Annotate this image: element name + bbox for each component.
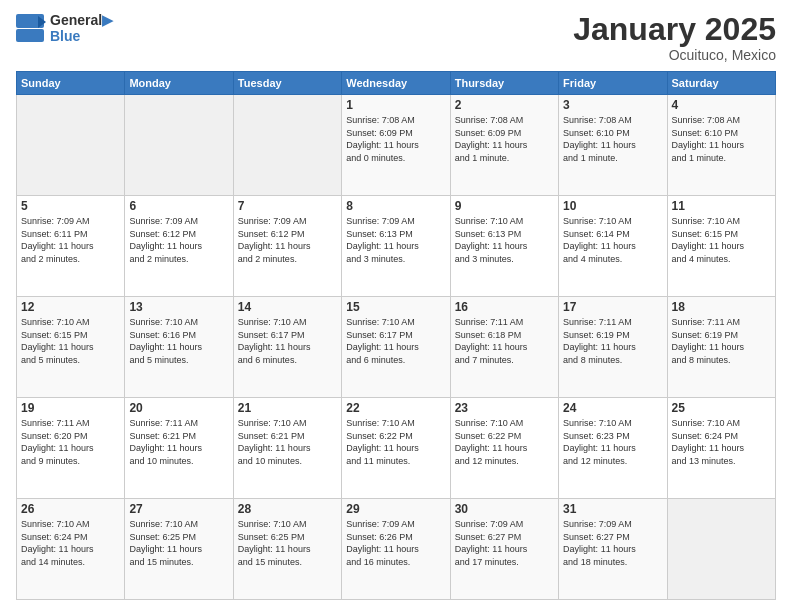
day-number: 5 [21,199,120,213]
col-saturday: Saturday [667,72,775,95]
calendar-cell: 4Sunrise: 7:08 AM Sunset: 6:10 PM Daylig… [667,95,775,196]
calendar-cell [125,95,233,196]
day-number: 29 [346,502,445,516]
calendar-cell: 22Sunrise: 7:10 AM Sunset: 6:22 PM Dayli… [342,398,450,499]
day-number: 14 [238,300,337,314]
calendar-cell: 5Sunrise: 7:09 AM Sunset: 6:11 PM Daylig… [17,196,125,297]
day-number: 22 [346,401,445,415]
day-info: Sunrise: 7:09 AM Sunset: 6:12 PM Dayligh… [129,215,228,265]
day-info: Sunrise: 7:10 AM Sunset: 6:22 PM Dayligh… [455,417,554,467]
calendar-cell: 29Sunrise: 7:09 AM Sunset: 6:26 PM Dayli… [342,499,450,600]
calendar-cell: 2Sunrise: 7:08 AM Sunset: 6:09 PM Daylig… [450,95,558,196]
calendar-week-2: 5Sunrise: 7:09 AM Sunset: 6:11 PM Daylig… [17,196,776,297]
day-info: Sunrise: 7:09 AM Sunset: 6:26 PM Dayligh… [346,518,445,568]
calendar-cell: 10Sunrise: 7:10 AM Sunset: 6:14 PM Dayli… [559,196,667,297]
calendar-cell: 23Sunrise: 7:10 AM Sunset: 6:22 PM Dayli… [450,398,558,499]
day-number: 23 [455,401,554,415]
day-number: 1 [346,98,445,112]
day-info: Sunrise: 7:10 AM Sunset: 6:17 PM Dayligh… [238,316,337,366]
calendar-cell: 17Sunrise: 7:11 AM Sunset: 6:19 PM Dayli… [559,297,667,398]
col-tuesday: Tuesday [233,72,341,95]
day-info: Sunrise: 7:10 AM Sunset: 6:13 PM Dayligh… [455,215,554,265]
calendar-cell: 25Sunrise: 7:10 AM Sunset: 6:24 PM Dayli… [667,398,775,499]
day-info: Sunrise: 7:10 AM Sunset: 6:21 PM Dayligh… [238,417,337,467]
day-number: 12 [21,300,120,314]
day-number: 20 [129,401,228,415]
day-number: 17 [563,300,662,314]
day-info: Sunrise: 7:09 AM Sunset: 6:27 PM Dayligh… [563,518,662,568]
day-number: 26 [21,502,120,516]
col-friday: Friday [559,72,667,95]
day-info: Sunrise: 7:08 AM Sunset: 6:10 PM Dayligh… [672,114,771,164]
day-info: Sunrise: 7:10 AM Sunset: 6:23 PM Dayligh… [563,417,662,467]
col-monday: Monday [125,72,233,95]
calendar-cell: 26Sunrise: 7:10 AM Sunset: 6:24 PM Dayli… [17,499,125,600]
location: Ocuituco, Mexico [573,47,776,63]
calendar-cell [667,499,775,600]
calendar-cell: 12Sunrise: 7:10 AM Sunset: 6:15 PM Dayli… [17,297,125,398]
logo-icon [16,14,46,42]
calendar-cell: 11Sunrise: 7:10 AM Sunset: 6:15 PM Dayli… [667,196,775,297]
calendar-cell: 15Sunrise: 7:10 AM Sunset: 6:17 PM Dayli… [342,297,450,398]
day-info: Sunrise: 7:11 AM Sunset: 6:19 PM Dayligh… [672,316,771,366]
calendar-week-1: 1Sunrise: 7:08 AM Sunset: 6:09 PM Daylig… [17,95,776,196]
calendar-week-4: 19Sunrise: 7:11 AM Sunset: 6:20 PM Dayli… [17,398,776,499]
day-info: Sunrise: 7:09 AM Sunset: 6:11 PM Dayligh… [21,215,120,265]
day-number: 25 [672,401,771,415]
page: General▶ Blue January 2025 Ocuituco, Mex… [0,0,792,612]
day-number: 18 [672,300,771,314]
day-info: Sunrise: 7:10 AM Sunset: 6:15 PM Dayligh… [672,215,771,265]
day-number: 28 [238,502,337,516]
logo: General▶ Blue [16,12,113,44]
day-number: 3 [563,98,662,112]
day-number: 10 [563,199,662,213]
svg-rect-1 [16,29,44,42]
calendar-cell: 1Sunrise: 7:08 AM Sunset: 6:09 PM Daylig… [342,95,450,196]
calendar-cell: 20Sunrise: 7:11 AM Sunset: 6:21 PM Dayli… [125,398,233,499]
day-number: 27 [129,502,228,516]
day-info: Sunrise: 7:10 AM Sunset: 6:16 PM Dayligh… [129,316,228,366]
day-number: 2 [455,98,554,112]
calendar-cell: 6Sunrise: 7:09 AM Sunset: 6:12 PM Daylig… [125,196,233,297]
calendar-cell: 18Sunrise: 7:11 AM Sunset: 6:19 PM Dayli… [667,297,775,398]
day-number: 21 [238,401,337,415]
header: General▶ Blue January 2025 Ocuituco, Mex… [16,12,776,63]
calendar-cell: 21Sunrise: 7:10 AM Sunset: 6:21 PM Dayli… [233,398,341,499]
calendar-cell: 13Sunrise: 7:10 AM Sunset: 6:16 PM Dayli… [125,297,233,398]
day-number: 30 [455,502,554,516]
calendar-table: Sunday Monday Tuesday Wednesday Thursday… [16,71,776,600]
calendar-cell: 31Sunrise: 7:09 AM Sunset: 6:27 PM Dayli… [559,499,667,600]
day-number: 13 [129,300,228,314]
day-info: Sunrise: 7:11 AM Sunset: 6:21 PM Dayligh… [129,417,228,467]
day-number: 19 [21,401,120,415]
calendar-cell: 30Sunrise: 7:09 AM Sunset: 6:27 PM Dayli… [450,499,558,600]
day-info: Sunrise: 7:10 AM Sunset: 6:14 PM Dayligh… [563,215,662,265]
col-wednesday: Wednesday [342,72,450,95]
day-number: 7 [238,199,337,213]
calendar-cell: 16Sunrise: 7:11 AM Sunset: 6:18 PM Dayli… [450,297,558,398]
day-number: 16 [455,300,554,314]
calendar-cell: 7Sunrise: 7:09 AM Sunset: 6:12 PM Daylig… [233,196,341,297]
day-info: Sunrise: 7:11 AM Sunset: 6:20 PM Dayligh… [21,417,120,467]
day-number: 9 [455,199,554,213]
calendar-week-5: 26Sunrise: 7:10 AM Sunset: 6:24 PM Dayli… [17,499,776,600]
col-thursday: Thursday [450,72,558,95]
calendar-cell: 14Sunrise: 7:10 AM Sunset: 6:17 PM Dayli… [233,297,341,398]
day-number: 4 [672,98,771,112]
day-info: Sunrise: 7:09 AM Sunset: 6:27 PM Dayligh… [455,518,554,568]
day-info: Sunrise: 7:10 AM Sunset: 6:24 PM Dayligh… [21,518,120,568]
calendar-cell [233,95,341,196]
calendar-cell: 8Sunrise: 7:09 AM Sunset: 6:13 PM Daylig… [342,196,450,297]
day-number: 6 [129,199,228,213]
day-info: Sunrise: 7:10 AM Sunset: 6:15 PM Dayligh… [21,316,120,366]
calendar-cell [17,95,125,196]
day-info: Sunrise: 7:08 AM Sunset: 6:09 PM Dayligh… [346,114,445,164]
calendar-cell: 27Sunrise: 7:10 AM Sunset: 6:25 PM Dayli… [125,499,233,600]
day-info: Sunrise: 7:10 AM Sunset: 6:25 PM Dayligh… [238,518,337,568]
day-number: 15 [346,300,445,314]
day-info: Sunrise: 7:10 AM Sunset: 6:17 PM Dayligh… [346,316,445,366]
month-title: January 2025 [573,12,776,47]
calendar-week-3: 12Sunrise: 7:10 AM Sunset: 6:15 PM Dayli… [17,297,776,398]
day-number: 8 [346,199,445,213]
calendar-cell: 19Sunrise: 7:11 AM Sunset: 6:20 PM Dayli… [17,398,125,499]
